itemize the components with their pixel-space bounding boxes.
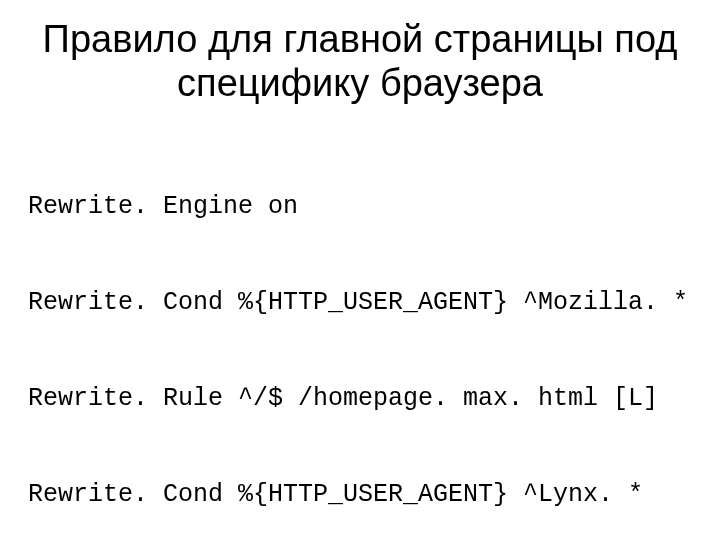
code-block: Rewrite. Engine on Rewrite. Cond %{HTTP_… [28,127,692,540]
slide: Правило для главной страницы под специфи… [0,0,720,540]
slide-title: Правило для главной страницы под специфи… [28,18,692,105]
code-line: Rewrite. Engine on [28,191,692,223]
code-line: Rewrite. Cond %{HTTP_USER_AGENT} ^Lynx. … [28,479,692,511]
code-line: Rewrite. Cond %{HTTP_USER_AGENT} ^Mozill… [28,287,692,319]
title-line-2: специфику браузера [177,62,543,104]
title-line-1: Правило для главной страницы под [43,18,678,60]
code-line: Rewrite. Rule ^/$ /homepage. max. html [… [28,383,692,415]
